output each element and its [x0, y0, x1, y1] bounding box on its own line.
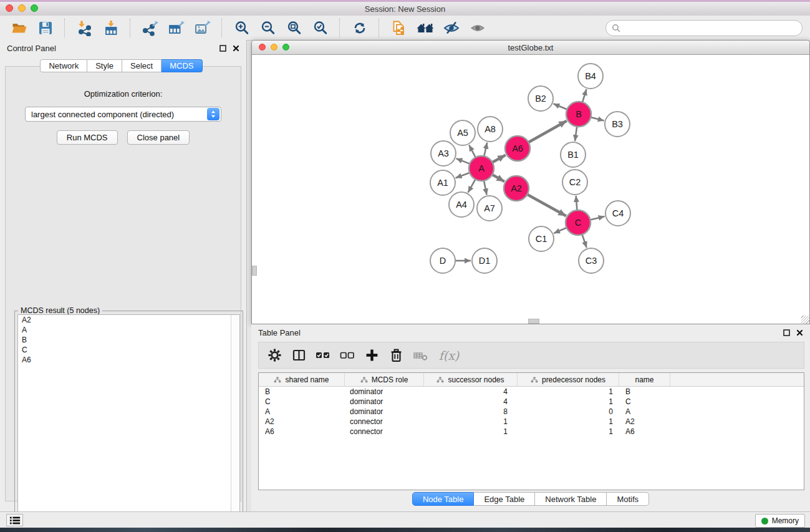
graph-node-A1[interactable]: A1: [430, 170, 455, 195]
graph-edge-A-A3[interactable]: [456, 158, 471, 164]
table-cell[interactable]: A2: [619, 417, 670, 427]
table-cell[interactable]: dominator: [345, 407, 424, 417]
graph-edge-A-A5[interactable]: [469, 145, 476, 159]
float-table-panel-button[interactable]: [783, 329, 790, 336]
graph-edge-A-A6[interactable]: [491, 155, 506, 163]
mcds-result-item[interactable]: C: [18, 345, 239, 355]
table-cell[interactable]: 4: [424, 387, 518, 397]
table-cell[interactable]: 1: [518, 397, 619, 407]
vertical-scroll-hint[interactable]: [252, 266, 257, 276]
graph-node-C[interactable]: C: [566, 210, 591, 235]
export-network-button[interactable]: [138, 17, 162, 39]
resize-grip[interactable]: [801, 316, 809, 324]
homes-button[interactable]: [413, 17, 436, 39]
graph-node-B[interactable]: B: [566, 102, 591, 127]
graph-edge-B-B1[interactable]: [575, 125, 577, 141]
table-cell[interactable]: C: [619, 397, 670, 407]
graph-edge-A-A7[interactable]: [484, 180, 487, 195]
graph-edge-B-B2[interactable]: [553, 104, 568, 110]
import-network-button[interactable]: [73, 17, 96, 39]
table-cell[interactable]: 1: [518, 427, 619, 437]
table-settings-button[interactable]: [265, 346, 284, 365]
criterion-dropdown[interactable]: largest connected component (directed): [25, 107, 221, 122]
zoom-out-button[interactable]: [256, 17, 279, 39]
table-cell[interactable]: dominator: [345, 387, 424, 397]
table-cell[interactable]: A6: [619, 427, 670, 437]
control-tab-network[interactable]: Network: [40, 59, 87, 72]
graph-edge-A-A4[interactable]: [468, 178, 476, 193]
table-row[interactable]: A2connector11A2: [259, 417, 804, 427]
table-cell[interactable]: 4: [424, 397, 518, 407]
graph-node-A[interactable]: A: [469, 156, 494, 181]
graph-node-A3[interactable]: A3: [431, 141, 456, 166]
task-history-button[interactable]: [6, 514, 23, 526]
zoom-view-icon[interactable]: [282, 44, 289, 51]
graph-edge-C-C2[interactable]: [576, 196, 577, 211]
close-view-icon[interactable]: [259, 44, 266, 51]
memory-button[interactable]: Memory: [755, 514, 805, 528]
graph-node-C4[interactable]: C4: [605, 201, 630, 226]
float-panel-button[interactable]: [219, 45, 226, 52]
column-header-MCDS-role[interactable]: MCDS role: [345, 373, 424, 386]
graph-node-D[interactable]: D: [430, 248, 455, 273]
graph-edge-C-C3[interactable]: [582, 233, 587, 248]
table-cell[interactable]: A: [619, 407, 670, 417]
graph-node-C3[interactable]: C3: [579, 248, 604, 273]
table-row[interactable]: A6connector11A6: [259, 427, 804, 437]
table-tab-network-table[interactable]: Network Table: [535, 492, 607, 506]
table-row[interactable]: Cdominator41C: [259, 397, 804, 407]
close-table-panel-button[interactable]: [796, 329, 803, 336]
table-cell[interactable]: 1: [424, 427, 518, 437]
select-all-button[interactable]: [314, 346, 332, 365]
run-mcds-button[interactable]: Run MCDS: [57, 130, 118, 145]
apply-function-button[interactable]: f(x): [435, 346, 463, 365]
add-column-button[interactable]: [362, 346, 381, 365]
graph-node-C2[interactable]: C2: [562, 170, 587, 195]
table-tab-node-table[interactable]: Node Table: [412, 492, 475, 506]
table-cell[interactable]: A6: [259, 427, 345, 437]
table-tab-edge-table[interactable]: Edge Table: [474, 492, 535, 506]
show-columns-button[interactable]: [289, 346, 308, 365]
table-cell[interactable]: A: [259, 407, 345, 417]
horizontal-scroll-hint[interactable]: [528, 319, 539, 324]
search-input[interactable]: [624, 22, 796, 33]
graph-node-A7[interactable]: A7: [477, 196, 502, 221]
graph-node-A2[interactable]: A2: [504, 176, 529, 201]
table-cell[interactable]: C: [259, 397, 345, 407]
mcds-result-list[interactable]: A2ABCA6: [17, 314, 240, 521]
close-window-icon[interactable]: [6, 4, 13, 12]
zoom-in-button[interactable]: [230, 17, 253, 39]
graph-node-C1[interactable]: C1: [529, 226, 554, 251]
graph-edge-C-C4[interactable]: [589, 216, 605, 220]
graph-edge-A6-B[interactable]: [528, 121, 567, 143]
table-row[interactable]: Bdominator41B: [259, 387, 804, 397]
table-cell[interactable]: 1: [518, 387, 619, 397]
deselect-all-button[interactable]: [338, 346, 357, 365]
minimize-view-icon[interactable]: [271, 44, 277, 51]
export-table-button[interactable]: [165, 17, 188, 39]
graph-edge-A2-C[interactable]: [526, 194, 566, 216]
graph-edge-A-A1[interactable]: [456, 172, 471, 178]
graph-edge-C-C1[interactable]: [554, 227, 567, 233]
control-tab-mcds[interactable]: MCDS: [162, 59, 202, 72]
graph-node-B4[interactable]: B4: [578, 64, 603, 89]
table-cell[interactable]: B: [619, 387, 670, 397]
mcds-result-item[interactable]: A2: [18, 315, 239, 325]
delete-column-button[interactable]: [387, 346, 405, 365]
column-header-name[interactable]: name: [619, 373, 670, 386]
save-session-button[interactable]: [34, 17, 57, 39]
graph-edge-A-A8[interactable]: [484, 143, 487, 158]
table-cell[interactable]: B: [259, 387, 345, 397]
graph-node-A6[interactable]: A6: [505, 136, 530, 161]
table-row[interactable]: Adominator80A: [259, 407, 804, 417]
table-cell[interactable]: 0: [518, 407, 619, 417]
zoom-fit-button[interactable]: [282, 17, 306, 39]
control-tab-select[interactable]: Select: [122, 59, 162, 72]
table-cell[interactable]: 1: [424, 417, 518, 427]
mcds-result-item[interactable]: A6: [18, 355, 239, 365]
export-image-button[interactable]: [191, 17, 214, 39]
hide-eye-button[interactable]: [440, 17, 463, 39]
graph-node-B3[interactable]: B3: [605, 112, 630, 137]
table-cell[interactable]: 8: [424, 407, 518, 417]
table-cell[interactable]: connector: [345, 417, 424, 427]
